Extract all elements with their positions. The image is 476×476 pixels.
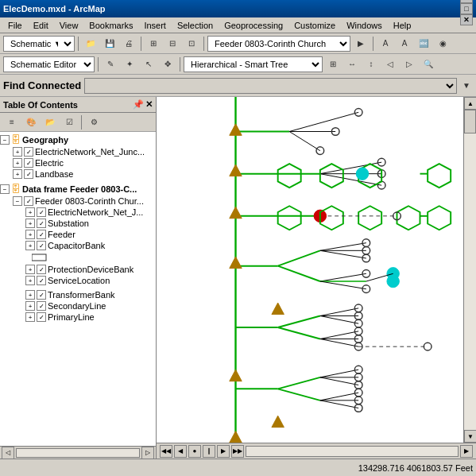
schematic-icon2[interactable]: ⊟: [164, 35, 181, 52]
open-btn[interactable]: 📁: [82, 35, 99, 52]
scroll-track-v[interactable]: [464, 110, 476, 430]
smart-tree-dropdown[interactable]: Hierarchical - Smart Tree: [184, 56, 323, 72]
playback-btn3[interactable]: ●: [188, 445, 201, 458]
menu-bookmarks[interactable]: Bookmarks: [84, 19, 137, 32]
chk-capacitor[interactable]: ✓: [37, 241, 46, 250]
map-scrollbar-right[interactable]: ▲ ▼: [463, 97, 476, 443]
scroll-up-btn[interactable]: ▲: [464, 97, 476, 110]
print-btn[interactable]: 🖨: [120, 35, 137, 52]
editor-dropdown[interactable]: Schematic Editor ▼: [3, 56, 95, 72]
menu-view[interactable]: View: [55, 19, 83, 32]
schematic-icon3[interactable]: ⊡: [183, 35, 200, 52]
toc-layer-secondary[interactable]: + ✓ SecondaryLine: [0, 300, 156, 312]
toc-group-feeder[interactable]: − 🗄 Data frame Feeder 0803-C...: [0, 183, 156, 195]
chk-landbase[interactable]: ✓: [24, 169, 33, 179]
chk-j2[interactable]: ✓: [37, 207, 46, 217]
toc-sel-btn[interactable]: ☑: [60, 114, 78, 131]
expand-geography[interactable]: −: [0, 135, 10, 145]
toc-pin-btn[interactable]: 📌: [133, 99, 144, 110]
chk-service[interactable]: ✓: [37, 276, 46, 285]
chk-feeder-layer[interactable]: ✓: [37, 230, 46, 239]
chk-primary[interactable]: ✓: [37, 312, 46, 322]
map-area[interactable]: ▲ ▼ ◀◀ ◀ ● ∥ ▶ ▶▶ ▶: [157, 97, 476, 459]
scroll-right-btn[interactable]: ▶: [460, 445, 473, 458]
toc-layer-service[interactable]: + ✓ ServiceLocation: [0, 275, 156, 286]
expand-schematic[interactable]: −: [13, 196, 22, 206]
zoom-map-btn[interactable]: 🔍: [420, 56, 437, 73]
move-btn[interactable]: ✥: [159, 56, 176, 73]
navigate-back[interactable]: ◁: [381, 56, 399, 73]
find-connected-dropdown[interactable]: [84, 78, 457, 94]
chk-junc[interactable]: ✓: [24, 147, 33, 157]
layout-btn3[interactable]: ↕: [362, 56, 380, 73]
toc-scroll-right[interactable]: ▷: [141, 447, 154, 459]
menu-help[interactable]: Help: [389, 19, 416, 32]
view-btn[interactable]: ◉: [434, 35, 451, 52]
navigate-fwd[interactable]: ▷: [401, 56, 418, 73]
expand-j2[interactable]: +: [25, 207, 35, 217]
expand-transformer[interactable]: +: [25, 290, 35, 300]
playback-btn1[interactable]: ◀◀: [160, 445, 172, 458]
toc-layer-substation[interactable]: + ✓ Substation: [0, 218, 156, 229]
toc-scroll-left[interactable]: ◁: [2, 447, 14, 459]
expand-electric[interactable]: +: [13, 158, 22, 168]
menu-file[interactable]: File: [3, 19, 27, 32]
menu-selection[interactable]: Selection: [172, 19, 218, 32]
toc-layer-protection[interactable]: + ✓ ProtectionDeviceBank: [0, 264, 156, 275]
toc-layer-elecnet-j2[interactable]: + ✓ ElectricNetwork_Net_J...: [0, 207, 156, 218]
expand-landbase[interactable]: +: [13, 169, 22, 179]
playback-btn6[interactable]: ▶▶: [231, 445, 244, 458]
toc-layer-landbase[interactable]: + ✓ Landbase: [0, 168, 156, 180]
chk-electric[interactable]: ✓: [24, 158, 33, 168]
scroll-thumb-v[interactable]: [464, 110, 476, 134]
menu-insert[interactable]: Insert: [139, 19, 171, 32]
layout-btn1[interactable]: ⊞: [324, 56, 342, 73]
zoom-btn2[interactable]: A: [396, 35, 413, 52]
expand-secondary[interactable]: +: [25, 301, 35, 311]
playback-btn2[interactable]: ◀: [174, 445, 187, 458]
menu-edit[interactable]: Edit: [29, 19, 53, 32]
toc-layer-capacitor[interactable]: + ✓ CapacitorBank: [0, 240, 156, 251]
chk-secondary[interactable]: ✓: [37, 301, 46, 311]
chk-schematic[interactable]: ✓: [24, 196, 33, 206]
layout-btn2[interactable]: ↔: [343, 56, 361, 73]
edit-icon2[interactable]: ✦: [121, 56, 138, 73]
feeder-dropdown[interactable]: Feeder 0803-Corinth Church: [207, 36, 350, 52]
toc-close-btn[interactable]: ✕: [145, 99, 153, 110]
map-scroll-track-h[interactable]: [246, 446, 459, 457]
zoom-btn1[interactable]: A: [377, 35, 394, 52]
playback-btn4[interactable]: ∥: [203, 445, 215, 458]
expand-feeder-layer[interactable]: +: [25, 230, 35, 239]
toc-layer-electric[interactable]: + ✓ Electric: [0, 157, 156, 168]
menu-geoprocessing[interactable]: Geoprocessing: [219, 19, 288, 32]
expand-primary[interactable]: +: [25, 312, 35, 322]
menu-windows[interactable]: Windows: [342, 19, 387, 32]
chk-transformer[interactable]: ✓: [37, 290, 46, 300]
toc-list-btn[interactable]: ≡: [3, 114, 21, 131]
expand-substation[interactable]: +: [25, 219, 35, 228]
cursor-btn[interactable]: ↖: [140, 56, 157, 73]
toc-options-btn[interactable]: ⚙: [85, 114, 103, 131]
expand-service[interactable]: +: [25, 276, 35, 285]
expand-capacitor[interactable]: +: [25, 241, 35, 250]
toc-layer-primary[interactable]: + ✓ PrimaryLine: [0, 312, 156, 323]
toc-layer-feeder[interactable]: + ✓ Feeder: [0, 229, 156, 240]
chk-substation[interactable]: ✓: [37, 219, 46, 228]
expand-protection[interactable]: +: [25, 265, 35, 274]
font-btn[interactable]: 🔤: [415, 35, 432, 52]
toc-source-btn[interactable]: 📂: [41, 114, 59, 131]
edit-icon1[interactable]: ✎: [102, 56, 119, 73]
schematic-dropdown[interactable]: Schematic ▼: [3, 36, 75, 52]
playback-btn5[interactable]: ▶: [217, 445, 230, 458]
expand-junc[interactable]: +: [13, 147, 22, 157]
toc-layer-transformer[interactable]: + ✓ TransformerBank: [0, 289, 156, 300]
expand-feeder-group[interactable]: −: [0, 184, 10, 194]
scroll-down-btn[interactable]: ▼: [464, 430, 476, 443]
toc-layer-electricnetwork-junc[interactable]: + ✓ ElectricNetwork_Net_Junc...: [0, 146, 156, 157]
feeder-go-btn[interactable]: ▶: [352, 35, 370, 52]
save-btn[interactable]: 💾: [101, 35, 118, 52]
toc-draw-btn[interactable]: 🎨: [22, 114, 40, 131]
toc-group-geography[interactable]: − 🗄 Geography: [0, 134, 156, 146]
close-button[interactable]: ✕: [460, 14, 473, 25]
menu-customize[interactable]: Customize: [289, 19, 340, 32]
